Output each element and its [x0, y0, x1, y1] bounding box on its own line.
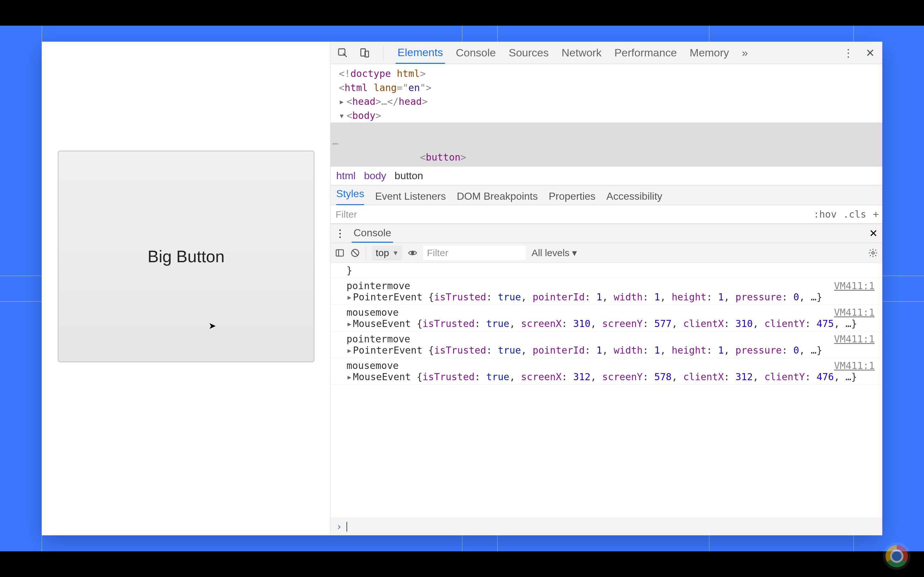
kebab-menu-icon[interactable]: ⋮: [842, 47, 855, 59]
big-button-label: Big Button: [148, 247, 225, 266]
subtab-styles[interactable]: Styles: [336, 188, 364, 205]
drawer-header: ⋮ Console ✕: [330, 224, 882, 243]
breadcrumb-item[interactable]: body: [364, 170, 386, 182]
console-prompt-caret: [347, 522, 347, 532]
styles-filter-row: :hov .cls +: [330, 205, 882, 224]
log-source-link[interactable]: VM411:1: [834, 360, 875, 371]
log-source-link[interactable]: VM411:1: [834, 307, 875, 318]
subtab-properties[interactable]: Properties: [549, 190, 596, 202]
console-log-entry[interactable]: pointermoveVM411:1PointerEvent {isTruste…: [330, 278, 882, 305]
svg-line-6: [353, 250, 358, 255]
subtab-dom-breakpoints[interactable]: DOM Breakpoints: [457, 190, 538, 202]
tab-network[interactable]: Network: [559, 42, 604, 64]
page-viewport: Big Button ➤: [42, 42, 330, 535]
tab-overflow[interactable]: »: [740, 42, 750, 64]
devtools-pane: Elements Console Sources Network Perform…: [330, 42, 882, 535]
devtools-tabbar: Elements Console Sources Network Perform…: [330, 42, 882, 64]
console-log-entry[interactable]: pointermoveVM411:1PointerEvent {isTruste…: [330, 332, 882, 358]
drawer-tab-console[interactable]: Console: [352, 224, 393, 243]
new-style-rule-button[interactable]: +: [869, 208, 882, 221]
drawer-close-icon[interactable]: ✕: [869, 227, 878, 239]
elements-dom-tree[interactable]: <!doctype html> <html lang="en"> ▸<head>…: [330, 64, 882, 167]
console-levels-select[interactable]: All levels ▾: [531, 247, 577, 258]
app-window: Big Button ➤ Elements Console Sources Ne…: [42, 42, 882, 535]
breadcrumb-item[interactable]: html: [336, 170, 355, 182]
svg-point-8: [872, 251, 874, 254]
styles-filter-input[interactable]: [330, 209, 811, 220]
hov-toggle[interactable]: :hov: [811, 209, 840, 220]
svg-point-7: [411, 251, 414, 255]
inspect-icon[interactable]: [336, 47, 349, 59]
close-devtools-icon[interactable]: ✕: [864, 47, 877, 59]
console-log-entry[interactable]: mousemoveVM411:1MouseEvent {isTrusted: t…: [330, 358, 882, 385]
console-prompt-chevron-icon: ›: [336, 521, 342, 532]
tab-console[interactable]: Console: [454, 42, 498, 64]
drawer-kebab-icon[interactable]: ⋮: [335, 227, 345, 239]
elements-subtabs: Styles Event Listeners DOM Breakpoints P…: [330, 185, 882, 205]
log-source-link[interactable]: VM411:1: [834, 334, 875, 345]
console-filter-input[interactable]: [423, 245, 526, 260]
subtab-accessibility[interactable]: Accessibility: [606, 190, 662, 202]
console-log-entry[interactable]: mousemoveVM411:1MouseEvent {isTrusted: t…: [330, 305, 882, 332]
console-log[interactable]: }pointermoveVM411:1PointerEvent {isTrust…: [330, 263, 882, 517]
console-settings-icon[interactable]: [868, 248, 878, 258]
console-context-select[interactable]: top: [372, 245, 402, 260]
elements-breadcrumb[interactable]: html body button: [330, 167, 882, 185]
log-source-link[interactable]: VM411:1: [834, 280, 875, 292]
breadcrumb-item[interactable]: button: [395, 170, 423, 182]
tab-sources[interactable]: Sources: [507, 42, 551, 64]
console-prompt[interactable]: ›: [330, 517, 882, 535]
device-toggle-icon[interactable]: [358, 47, 371, 59]
tab-elements[interactable]: Elements: [396, 42, 445, 64]
chrome-logo-icon: [885, 545, 908, 567]
clear-console-icon[interactable]: [351, 248, 360, 258]
tab-memory[interactable]: Memory: [688, 42, 731, 64]
console-sidebar-toggle-icon[interactable]: [335, 248, 344, 258]
tab-performance[interactable]: Performance: [612, 42, 679, 64]
subtab-event-listeners[interactable]: Event Listeners: [375, 190, 446, 202]
selected-node-ellipsis-icon: ⋯: [333, 137, 338, 151]
live-expression-icon[interactable]: [408, 248, 417, 258]
svg-rect-3: [336, 250, 344, 256]
cls-toggle[interactable]: .cls: [840, 209, 869, 220]
big-button[interactable]: Big Button: [58, 151, 314, 362]
console-log-entry[interactable]: }: [330, 263, 882, 278]
console-toolbar: top All levels ▾: [330, 243, 882, 263]
